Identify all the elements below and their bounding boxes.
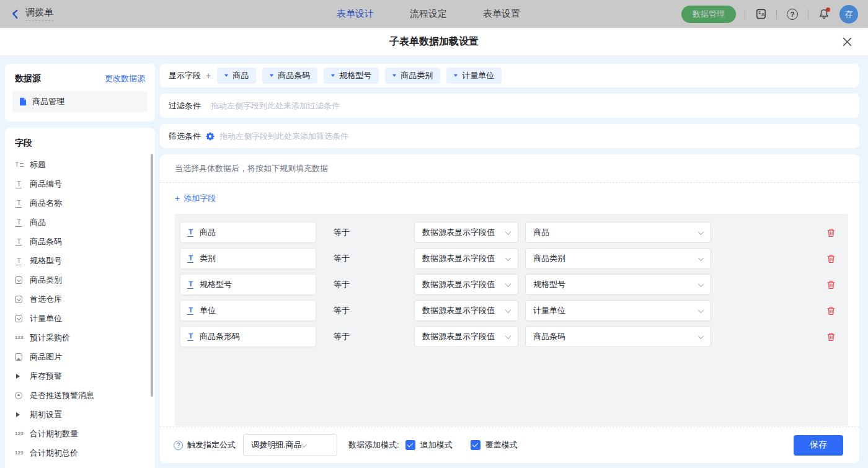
divider [808, 9, 808, 19]
chevron-down-icon [454, 74, 458, 77]
field-item-select[interactable]: 首选仓库 [15, 289, 155, 309]
trash-icon[interactable] [826, 280, 836, 289]
topbar-right: 数据管理 A ? 存 [681, 5, 858, 24]
field-item-text[interactable]: T商品编号 [15, 174, 155, 193]
datasource-panel: 数据源 更改数据源 商品管理 [5, 64, 155, 121]
rule-value-select[interactable]: 商品条码 [525, 326, 711, 347]
trash-icon[interactable] [826, 228, 836, 237]
rule-field-box[interactable]: T单位 [180, 300, 316, 321]
form-doc-icon [19, 97, 27, 106]
avatar[interactable]: 存 [839, 5, 858, 24]
tab-form-settings[interactable]: 表单设置 [483, 8, 520, 20]
append-mode-checkbox[interactable]: 追加模式 [405, 439, 453, 451]
filter-condition-bar[interactable]: 过滤条件 拖动左侧字段到此处来添加过滤条件 [160, 94, 859, 118]
display-field-tag[interactable]: 规格型号 [324, 68, 379, 84]
rule-row: T单位 等于 数据源表显示字段值 计量单位 [180, 300, 848, 321]
bell-icon[interactable] [817, 7, 831, 21]
gear-icon[interactable] [206, 132, 215, 141]
display-fields-bar: 显示字段 + 商品 商品条码 规格型号 商品类别 计量单位 [160, 64, 859, 87]
rules-list: T商品 等于 数据源表显示字段值 商品 T类别 等于 数据源表显示字段值 商品类… [175, 214, 848, 426]
filter-label: 过滤条件 [169, 100, 201, 112]
close-icon[interactable] [841, 35, 853, 48]
data-manage-button[interactable]: 数据管理 [681, 6, 736, 23]
modal-title: 子表单数据加载设置 [389, 35, 479, 48]
field-item-text[interactable]: T商品 [15, 213, 155, 232]
tab-workflow[interactable]: 流程设定 [410, 8, 447, 20]
text-field-icon: T [187, 228, 195, 237]
chevron-down-icon [224, 74, 228, 77]
trash-icon[interactable] [826, 306, 836, 316]
chevron-down-icon [505, 307, 512, 313]
back-group[interactable]: 调拨单 [10, 7, 53, 21]
chevron-down-icon [505, 333, 512, 339]
rule-row: T规格型号 等于 数据源表显示字段值 规格型号 [180, 274, 848, 295]
trash-icon[interactable] [826, 254, 836, 263]
rule-value-select[interactable]: 计量单位 [525, 300, 711, 321]
display-field-tag[interactable]: 商品类别 [385, 68, 440, 84]
text-field-icon: T [187, 306, 195, 315]
rule-field-box[interactable]: T规格型号 [180, 274, 316, 295]
field-item-select[interactable]: 计量单位 [15, 309, 155, 328]
add-field-button[interactable]: + 添加字段 [175, 193, 216, 204]
rule-value-select[interactable]: 规格型号 [525, 274, 711, 295]
display-field-tag[interactable]: 商品 [217, 68, 256, 84]
chevron-down-icon [698, 281, 704, 287]
field-item-image[interactable]: 商品图片 [15, 347, 155, 366]
field-item-text[interactable]: T商品条码 [15, 232, 155, 251]
field-item-title[interactable]: T标题 [15, 155, 155, 174]
field-item-select[interactable]: 商品类别 [15, 270, 155, 289]
display-field-tag[interactable]: 计量单位 [446, 68, 502, 84]
divider [745, 9, 745, 19]
help-icon[interactable]: ? [786, 7, 799, 21]
field-item-number[interactable]: 123合计期初数量 [15, 424, 155, 443]
save-button[interactable]: 保存 [794, 435, 843, 456]
rule-source-select[interactable]: 数据源表显示字段值 [414, 326, 518, 347]
rule-operator: 等于 [334, 305, 414, 316]
help-icon[interactable]: ? [174, 441, 183, 450]
field-item-group[interactable]: 期初设置 [15, 405, 155, 424]
checkbox-checked-icon[interactable] [471, 440, 480, 450]
overwrite-mode-checkbox[interactable]: 覆盖模式 [471, 439, 518, 451]
display-field-tag[interactable]: 商品条码 [262, 68, 317, 84]
rule-source-select[interactable]: 数据源表显示字段值 [414, 274, 518, 295]
field-item-text[interactable]: T规格型号 [15, 251, 155, 270]
rule-operator: 等于 [334, 227, 414, 238]
select-field-icon [15, 315, 26, 322]
rule-value-select[interactable]: 商品类别 [525, 248, 711, 269]
rule-field-box[interactable]: T商品 [180, 222, 316, 243]
field-item-radio[interactable]: 是否推送预警消息 [15, 386, 155, 405]
rule-field-box[interactable]: T类别 [180, 248, 316, 269]
nav-tabs: 表单设计 流程设定 表单设置 [337, 8, 520, 20]
trigger-formula-select[interactable]: 调拨明细.商品 [243, 434, 337, 456]
change-datasource-link[interactable]: 更改数据源 [105, 73, 145, 84]
back-icon[interactable] [10, 9, 20, 19]
group-expand-icon [15, 412, 26, 417]
filter-dropzone-placeholder: 拖动左侧字段到此处来添加过滤条件 [211, 100, 340, 112]
field-item-group[interactable]: 库存预警 [15, 366, 155, 386]
number-field-icon: 123 [15, 450, 26, 456]
chevron-down-icon [505, 281, 512, 287]
datasource-item[interactable]: 商品管理 [12, 91, 148, 112]
field-item-number[interactable]: 123预计采购价 [15, 328, 155, 347]
rule-source-select[interactable]: 数据源表显示字段值 [414, 222, 518, 243]
rules-footer: ? 触发指定公式 调拨明细.商品 数据添加模式: 追加模式 覆盖模式 保存 [160, 426, 859, 463]
rule-source-select[interactable]: 数据源表显示字段值 [414, 248, 518, 269]
fields-scrollbar[interactable] [151, 154, 153, 397]
tab-form-design[interactable]: 表单设计 [337, 8, 374, 20]
fields-panel: 字段 T标题 T商品编号 T商品名称 T商品 T商品条码 T规格型号 商品类别 … [5, 128, 155, 468]
field-item-text[interactable]: T商品名称 [15, 193, 155, 213]
datasource-title: 数据源 [15, 73, 41, 84]
trash-icon[interactable] [826, 332, 836, 342]
rule-field-box[interactable]: T商品条形码 [180, 326, 316, 347]
field-item-number[interactable]: 123合计期初总价 [15, 443, 155, 462]
rule-source-select[interactable]: 数据源表显示字段值 [414, 300, 518, 321]
fill-rules-panel: 当选择具体数据后，将按如下规则填充数据 + 添加字段 T商品 等于 数据源表显示… [160, 154, 859, 463]
screen-condition-bar[interactable]: 筛选条件 拖动左侧字段到此处来添加筛选条件 [160, 124, 859, 148]
rule-value-select[interactable]: 商品 [525, 222, 711, 243]
chevron-down-icon [331, 74, 335, 77]
add-display-field-button[interactable]: + [206, 71, 211, 81]
docs-icon[interactable]: A [754, 7, 768, 21]
chevron-down-icon [505, 229, 512, 235]
checkbox-checked-icon[interactable] [405, 440, 415, 450]
form-title[interactable]: 调拨单 [25, 7, 53, 21]
